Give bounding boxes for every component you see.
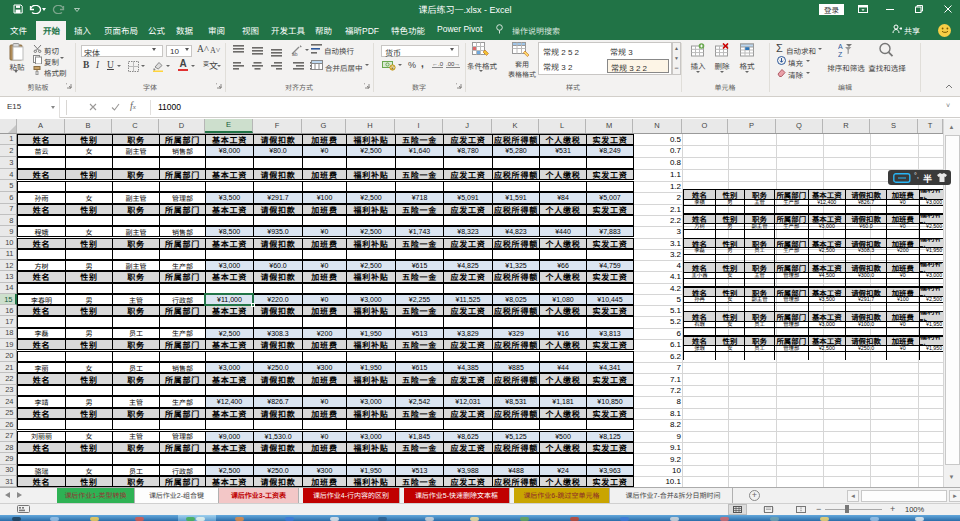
svg-text:A: A	[838, 43, 843, 50]
svg-text:ab: ab	[292, 51, 298, 57]
svg-text:¥: ¥	[391, 65, 394, 71]
svg-text:Z: Z	[838, 51, 843, 58]
